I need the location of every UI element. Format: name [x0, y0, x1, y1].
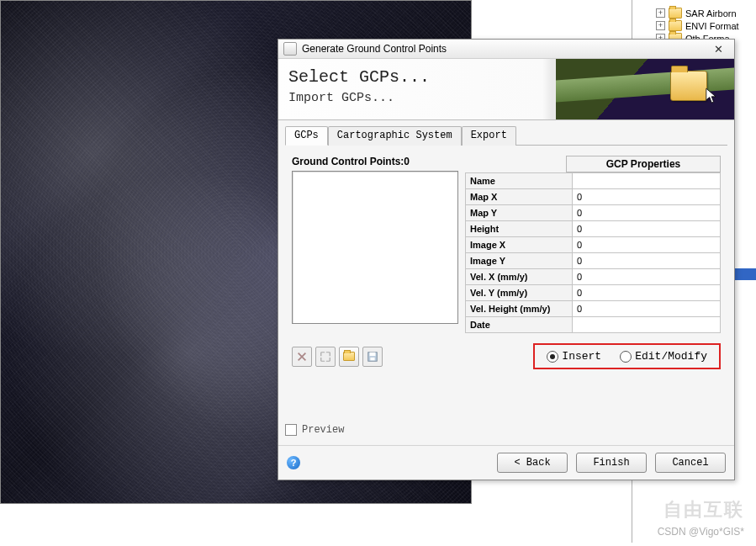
- property-value[interactable]: 0: [573, 221, 721, 237]
- dialog-footer: ? < Back Finish Cancel: [278, 445, 734, 480]
- property-row: Name: [466, 173, 721, 189]
- property-key: Height: [466, 221, 573, 237]
- close-button[interactable]: ✕: [706, 41, 731, 56]
- property-key: Vel. Y (mm/y): [466, 285, 573, 301]
- save-gcp-file-button[interactable]: [362, 347, 383, 367]
- tree-item[interactable]: + ENVI Format: [632, 19, 756, 32]
- tab-cartographic[interactable]: Cartographic System: [328, 126, 462, 146]
- tree-label: ENVI Format: [685, 21, 739, 31]
- property-row: Vel. X (mm/y)0: [466, 269, 721, 285]
- expand-gcp-button[interactable]: [315, 347, 336, 367]
- property-value[interactable]: 0: [573, 253, 721, 269]
- tab-content: Ground Control Points:0 GCP Properties N…: [285, 145, 727, 373]
- gcp-count-label: Ground Control Points:0: [292, 156, 458, 171]
- property-value[interactable]: 0: [573, 189, 721, 205]
- tab-export[interactable]: Export: [462, 126, 516, 146]
- property-key: Vel. X (mm/y): [466, 269, 573, 285]
- radio-icon: [620, 351, 632, 363]
- property-row: Image Y0: [466, 253, 721, 269]
- tree-item[interactable]: + SAR Airborn: [632, 7, 756, 19]
- gcp-dialog: Generate Ground Control Points ✕ Select …: [278, 39, 735, 480]
- svg-rect-2: [370, 357, 374, 360]
- gcp-properties-table: NameMap X0Map Y0Height0Image X0Image Y0V…: [465, 172, 721, 333]
- property-value[interactable]: 0: [573, 237, 721, 253]
- property-row: Map X0: [466, 189, 721, 205]
- svg-rect-1: [370, 352, 376, 355]
- gcp-mode-selector: Insert Edit/Modify: [533, 343, 721, 369]
- watermark: CSDN @Vigo*GIS*: [658, 526, 744, 538]
- property-row: Map Y0: [466, 205, 721, 221]
- dialog-title: Generate Ground Control Points: [302, 43, 447, 55]
- tree-expand-icon[interactable]: +: [656, 8, 665, 18]
- property-row: Vel. Height (mm/y)0: [466, 301, 721, 317]
- expand-icon: [320, 351, 331, 363]
- dialog-banner: Select GCPs... Import GCPs...: [278, 59, 734, 120]
- app-icon: [283, 42, 297, 56]
- property-key: Map X: [466, 189, 573, 205]
- gcp-properties-header: GCP Properties: [566, 156, 721, 172]
- watermark: 自由互联: [663, 497, 744, 522]
- cancel-button[interactable]: Cancel: [655, 453, 726, 473]
- tree-expand-icon[interactable]: +: [656, 21, 665, 30]
- property-value[interactable]: 0: [573, 301, 721, 317]
- radio-edit-modify[interactable]: Edit/Modify: [620, 350, 707, 363]
- banner-image: [556, 59, 734, 119]
- radio-icon: [547, 351, 558, 363]
- property-key: Name: [466, 173, 573, 189]
- tab-gcps[interactable]: GCPs: [285, 126, 328, 146]
- banner-heading: Select GCPs...: [288, 67, 430, 87]
- open-folder-icon: [670, 71, 707, 101]
- property-row: Date: [466, 317, 721, 333]
- property-key: Vel. Height (mm/y): [466, 301, 573, 317]
- open-gcp-file-button[interactable]: [339, 347, 359, 367]
- preview-label: Preview: [302, 424, 344, 436]
- property-row: Height0: [466, 221, 721, 237]
- property-value[interactable]: [573, 173, 721, 189]
- folder-icon: [669, 8, 682, 19]
- gcp-listbox[interactable]: [292, 171, 458, 324]
- dialog-titlebar[interactable]: Generate Ground Control Points ✕: [278, 40, 734, 59]
- property-key: Image X: [466, 237, 573, 253]
- preview-checkbox-row[interactable]: Preview: [285, 424, 344, 436]
- delete-gcp-button[interactable]: [292, 347, 312, 367]
- property-value[interactable]: 0: [573, 205, 721, 221]
- property-value[interactable]: 0: [573, 269, 721, 285]
- folder-icon: [669, 20, 682, 31]
- finish-button[interactable]: Finish: [576, 453, 647, 473]
- property-value[interactable]: [573, 317, 721, 333]
- property-key: Map Y: [466, 205, 573, 221]
- dialog-tabs: GCPs Cartographic System Export: [278, 120, 734, 145]
- folder-icon: [343, 352, 355, 361]
- save-icon: [367, 351, 378, 363]
- banner-subheading: Import GCPs...: [288, 91, 394, 105]
- checkbox-icon[interactable]: [285, 424, 297, 436]
- tree-label: SAR Airborn: [685, 8, 737, 19]
- property-value[interactable]: 0: [573, 285, 721, 301]
- property-key: Date: [466, 317, 573, 333]
- x-icon: [296, 351, 308, 363]
- back-button[interactable]: < Back: [497, 453, 568, 473]
- cursor-icon: [706, 87, 719, 104]
- property-row: Image X0: [466, 237, 721, 253]
- help-icon[interactable]: ?: [287, 456, 300, 469]
- property-key: Image Y: [466, 253, 573, 269]
- property-row: Vel. Y (mm/y)0: [466, 285, 721, 301]
- radio-insert[interactable]: Insert: [547, 350, 601, 363]
